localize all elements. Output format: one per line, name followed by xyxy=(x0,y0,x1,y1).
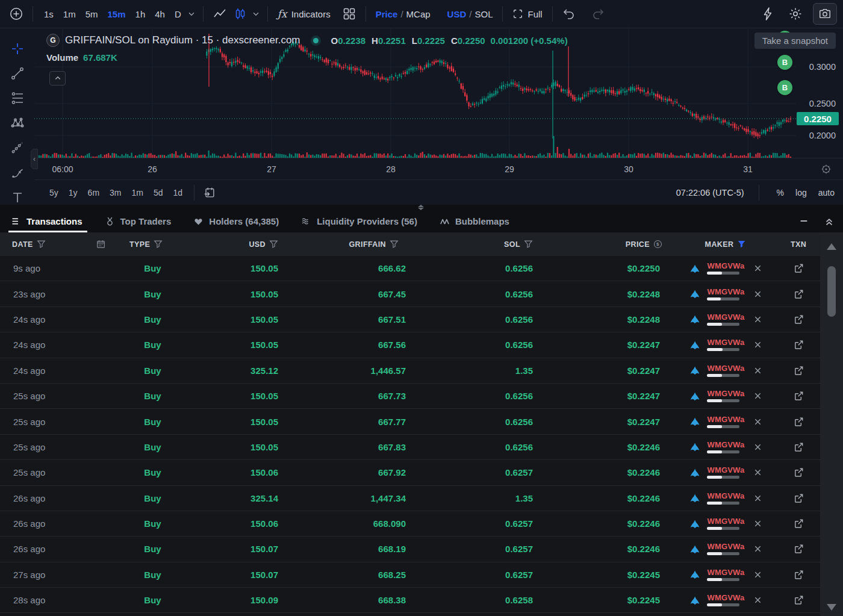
column-header-price[interactable]: PRICE$ xyxy=(545,232,674,256)
clock[interactable]: 07:22:06 (UTC-5) xyxy=(676,188,744,198)
maker-address-link[interactable]: WMGVWa xyxy=(707,390,744,397)
column-header-txn[interactable]: TXN xyxy=(777,232,820,256)
scale-[interactable]: % xyxy=(777,188,784,198)
scale-log[interactable]: log xyxy=(795,188,807,198)
maker-address-link[interactable]: WMGVWa xyxy=(707,543,744,550)
add-symbol-button[interactable] xyxy=(6,4,26,24)
minimize-panel-button[interactable] xyxy=(798,216,809,226)
filter-maker-close-button[interactable] xyxy=(753,443,762,452)
filter-icon[interactable] xyxy=(524,240,533,249)
timeframe-1h[interactable]: 1h xyxy=(131,7,151,22)
column-header-griffain[interactable]: GRIFFAIN xyxy=(290,232,411,256)
open-txn-button[interactable] xyxy=(793,594,804,606)
range-1y[interactable]: 1y xyxy=(69,188,78,198)
column-header-usd[interactable]: USD xyxy=(188,232,290,256)
open-txn-button[interactable] xyxy=(793,467,804,478)
calendar-icon[interactable] xyxy=(96,240,105,249)
indicators-button[interactable]: ƒx Indicators xyxy=(274,5,334,22)
filter-maker-close-button[interactable] xyxy=(753,519,762,528)
filter-maker-close-button[interactable] xyxy=(753,340,762,349)
column-header-maker[interactable]: MAKER xyxy=(674,232,777,256)
chart-type-menu-button[interactable] xyxy=(250,8,261,19)
range-1m[interactable]: 1m xyxy=(132,188,143,198)
splitter-handle-icon[interactable] xyxy=(418,205,424,210)
filter-maker-close-button[interactable] xyxy=(753,290,762,299)
crosshair-tool-button[interactable] xyxy=(9,42,26,56)
maker-address-link[interactable]: WMGVWa xyxy=(707,594,744,602)
maker-address-link[interactable]: WMGVWa xyxy=(707,262,744,270)
open-txn-button[interactable] xyxy=(793,518,804,529)
tab-holders-64-385[interactable]: Holders (64,385) xyxy=(193,210,279,232)
pane-collapse-button[interactable] xyxy=(49,71,66,86)
range-5d[interactable]: 5d xyxy=(154,188,163,198)
pane-splitter[interactable] xyxy=(0,205,843,210)
maker-address-link[interactable]: WMGVWa xyxy=(707,415,744,423)
tab-liquidity-providers-56[interactable]: Liquidity Providers (56) xyxy=(301,210,417,232)
maker-address-link[interactable]: WMGVWa xyxy=(707,466,744,474)
filter-maker-close-button[interactable] xyxy=(753,494,762,503)
timeframe-15m[interactable]: 15m xyxy=(103,7,131,22)
open-txn-button[interactable] xyxy=(793,314,804,325)
open-txn-button[interactable] xyxy=(793,493,804,504)
table-scrollbar[interactable] xyxy=(820,232,843,616)
quick-trade-button[interactable] xyxy=(757,4,778,24)
scale-auto[interactable]: auto xyxy=(818,188,835,198)
axis-settings-icon[interactable] xyxy=(820,163,832,175)
maker-address-link[interactable]: WMGVWa xyxy=(707,492,744,500)
column-header-sol[interactable]: SOL xyxy=(411,232,545,256)
filter-maker-close-button[interactable] xyxy=(753,264,762,273)
buy-marker-badge[interactable]: B xyxy=(777,55,792,70)
dollar-circle-icon[interactable]: $ xyxy=(653,240,662,249)
filter-icon[interactable] xyxy=(737,240,746,249)
open-txn-button[interactable] xyxy=(793,339,804,350)
open-txn-button[interactable] xyxy=(793,543,804,555)
filter-maker-close-button[interactable] xyxy=(753,570,762,579)
range-3m[interactable]: 3m xyxy=(110,188,121,198)
timeframe-menu-button[interactable] xyxy=(186,8,197,19)
undo-button[interactable] xyxy=(559,4,579,24)
text-tool-button[interactable] xyxy=(9,190,26,205)
brush-tool-button[interactable] xyxy=(9,166,26,180)
chart-canvas[interactable]: G GRIFFAIN/SOL on Raydium · 15 · dexscre… xyxy=(34,28,843,158)
open-txn-button[interactable] xyxy=(793,416,804,428)
timeframe-1m[interactable]: 1m xyxy=(58,7,81,22)
xabcd-pattern-tool-button[interactable] xyxy=(9,116,26,130)
range-5y[interactable]: 5y xyxy=(49,188,58,198)
open-txn-button[interactable] xyxy=(793,569,804,580)
tab-transactions[interactable]: Transactions xyxy=(11,210,82,232)
price-mcap-toggle[interactable]: Price / MCap xyxy=(372,7,434,22)
filter-maker-close-button[interactable] xyxy=(753,366,762,375)
filter-icon[interactable] xyxy=(390,240,399,249)
filter-icon[interactable] xyxy=(269,240,278,249)
usd-sol-toggle[interactable]: USD / SOL xyxy=(444,7,497,22)
toolbar-collapse-handle[interactable]: ‹ xyxy=(31,149,38,169)
filter-maker-close-button[interactable] xyxy=(753,315,762,324)
filter-maker-close-button[interactable] xyxy=(753,544,762,553)
line-chart-type-button[interactable] xyxy=(210,4,230,24)
trend-line-tool-button[interactable] xyxy=(9,66,26,81)
timeframe-1s[interactable]: 1s xyxy=(39,7,58,22)
forecast-tool-button[interactable] xyxy=(9,141,26,155)
go-to-date-button[interactable] xyxy=(203,186,216,199)
open-txn-button[interactable] xyxy=(793,441,804,453)
maker-address-link[interactable]: WMGVWa xyxy=(707,441,744,449)
tab-bubblemaps[interactable]: Bubblemaps xyxy=(440,210,509,232)
column-header-type[interactable]: TYPE xyxy=(117,232,188,256)
maker-address-link[interactable]: WMGVWa xyxy=(707,313,744,321)
column-header-date[interactable]: DATE xyxy=(0,232,117,256)
scroll-up-arrow[interactable] xyxy=(827,243,836,250)
maker-address-link[interactable]: WMGVWa xyxy=(707,288,744,296)
buy-marker-badge[interactable]: B xyxy=(777,80,792,95)
open-txn-button[interactable] xyxy=(793,288,804,300)
timeframe-4h[interactable]: 4h xyxy=(150,7,170,22)
filter-icon[interactable] xyxy=(37,240,46,249)
open-txn-button[interactable] xyxy=(793,390,804,402)
timeframe-D[interactable]: D xyxy=(170,7,186,22)
maker-address-link[interactable]: WMGVWa xyxy=(707,338,744,346)
maker-address-link[interactable]: WMGVWa xyxy=(707,568,744,576)
settings-button[interactable] xyxy=(785,4,806,24)
filter-maker-close-button[interactable] xyxy=(753,391,762,400)
filter-maker-close-button[interactable] xyxy=(753,417,762,426)
candle-chart-type-button[interactable] xyxy=(230,4,250,24)
tab-top-traders[interactable]: Top Traders xyxy=(105,210,172,232)
